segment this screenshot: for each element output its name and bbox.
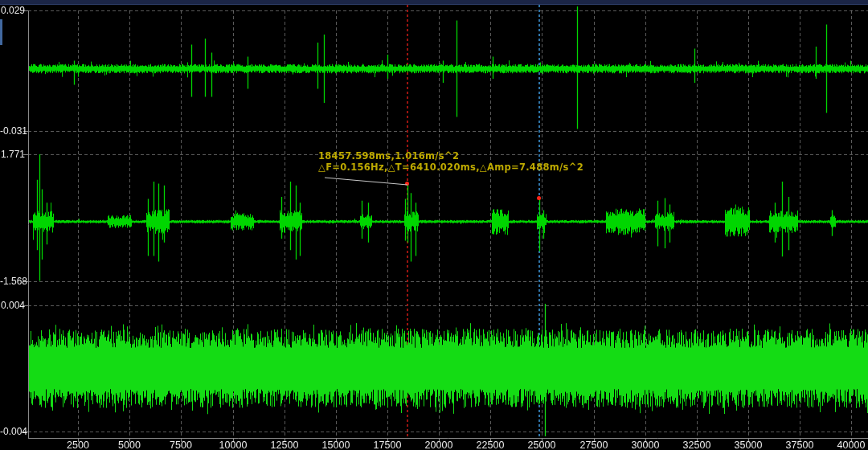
x-axis-tick-label: 17500 xyxy=(374,440,402,450)
waveform-viewer: 0.029 -0.031 1.771 -1.568 0.004 -0.004 2… xyxy=(0,0,868,450)
x-axis-tick-label: 27500 xyxy=(580,440,608,450)
x-axis-tick-label: 20000 xyxy=(425,440,453,450)
waveform-plot-canvas[interactable] xyxy=(0,0,868,450)
x-axis-tick-label: 5000 xyxy=(118,440,141,450)
x-axis-tick-label: 15000 xyxy=(322,440,350,450)
annotation-point-readout: 18457.598ms,1.016m/s^2 xyxy=(318,150,583,162)
cursor-annotation: 18457.598ms,1.016m/s^2 △F=0.156Hz,△T=641… xyxy=(318,150,583,173)
left-edge-scrollbar-thumb[interactable] xyxy=(0,19,2,45)
x-axis-tick-label: 30000 xyxy=(632,440,660,450)
x-axis-tick-label: 2500 xyxy=(67,440,89,450)
y-axis-label-ch3-max: 0.004 xyxy=(0,300,25,311)
x-axis-tick-label: 35000 xyxy=(735,440,763,450)
y-axis-label-ch2-min: -1.568 xyxy=(0,276,25,287)
y-axis-label-ch2-max: 1.771 xyxy=(0,149,25,160)
x-axis-tick-label: 37500 xyxy=(786,440,814,450)
x-axis-tick-label: 7500 xyxy=(170,440,192,450)
x-axis-tick-label: 12500 xyxy=(271,440,299,450)
x-axis-tick-label: 32500 xyxy=(683,440,711,450)
x-axis-tick-label: 22500 xyxy=(477,440,505,450)
x-axis-tick-label: 10000 xyxy=(219,440,248,450)
x-axis-tick-label: 25000 xyxy=(528,440,556,450)
annotation-delta-readout: △F=0.156Hz,△T=6410.020ms,△Amp=7.488m/s^2 xyxy=(318,162,583,173)
annotation-leader-line xyxy=(320,173,412,190)
x-axis-tick-label: 40000 xyxy=(837,440,866,450)
window-top-border xyxy=(0,0,868,5)
y-axis-label-ch1-min: -0.031 xyxy=(0,125,25,137)
y-axis-label-ch3-min: -0.004 xyxy=(0,426,25,437)
y-axis-label-ch1-max: 0.029 xyxy=(0,5,25,16)
